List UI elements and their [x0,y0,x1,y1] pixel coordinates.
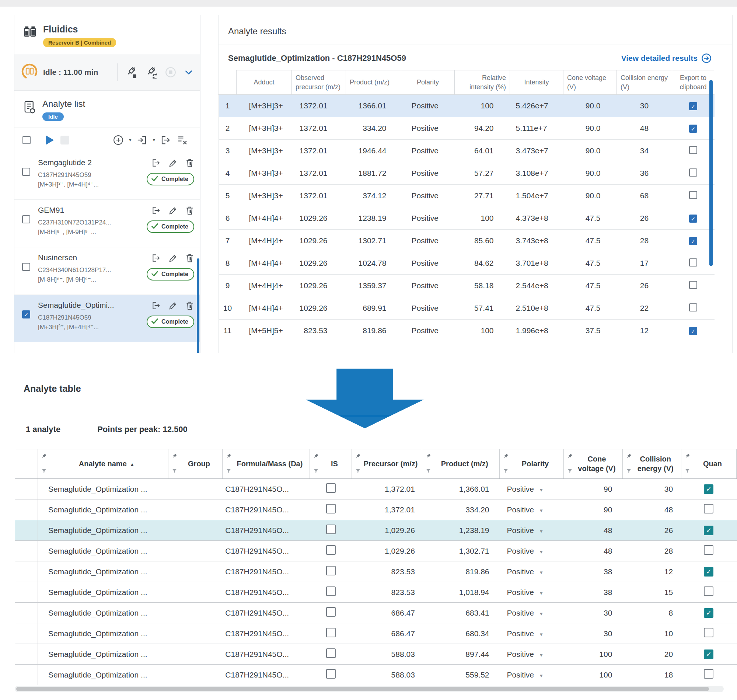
analyte-list-vertical-scrollbar[interactable] [197,259,200,353]
list-item[interactable]: NusinersenC234H340N61O128P17...[M-8H]⁸⁻,… [15,247,200,294]
delete-analyte-button[interactable] [185,253,194,263]
export-to-clipboard-checkbox[interactable]: ✓ [689,215,697,223]
refill-syringe-button[interactable] [145,66,157,78]
is-checkbox[interactable] [326,504,336,513]
polarity-dropdown-caret[interactable]: ▾ [540,569,543,575]
export-to-clipboard-checkbox[interactable]: ✓ [689,102,697,110]
analyte-table-row[interactable]: Semaglutide_Optimization ...C187H291N45O… [15,479,737,500]
list-item[interactable]: GEM91C237H310N72O131P24...[M-8H]⁸⁻, [M-9… [15,199,200,247]
is-checkbox[interactable] [326,669,336,679]
export-analyte-button[interactable] [151,158,161,168]
quan-checkbox[interactable]: ✓ [704,484,714,494]
export-analyte-button[interactable] [151,206,161,215]
export-to-clipboard-checkbox[interactable] [689,146,697,154]
is-checkbox[interactable] [326,607,336,617]
import-analytes-button[interactable] [137,135,147,146]
analyte-col-collision-energy[interactable]: Collision energy (V) [622,449,681,479]
quan-checkbox[interactable]: ✓ [704,650,714,659]
edit-analyte-button[interactable] [169,253,178,263]
quan-checkbox[interactable] [704,628,714,637]
polarity-dropdown[interactable]: Positive▾ [500,624,564,644]
is-checkbox[interactable] [326,566,336,575]
analyte-checkbox[interactable] [22,168,30,176]
analyte-table-row[interactable]: Semaglutide_Optimization ...C187H291N45O… [15,520,737,541]
quan-checkbox[interactable]: ✓ [704,608,714,618]
edit-analyte-button[interactable] [169,206,178,215]
delete-analyte-button[interactable] [185,158,194,168]
analyte-col-name[interactable]: Analyte name▲ [38,449,169,479]
filter-icon[interactable] [503,466,508,476]
pin-column-icon[interactable] [355,452,361,462]
delete-analyte-button[interactable] [185,206,194,215]
export-to-clipboard-checkbox[interactable]: ✓ [689,237,697,245]
quan-checkbox[interactable] [704,669,714,679]
is-checkbox[interactable] [326,525,336,534]
polarity-dropdown[interactable]: Positive▾ [500,562,564,582]
analyte-col-quan[interactable]: Quan [681,449,737,479]
export-to-clipboard-checkbox[interactable] [689,168,697,176]
analyte-table-row[interactable]: Semaglutide_Optimization ...C187H291N45O… [15,500,737,520]
results-row[interactable]: 3[M+3H]3+1372.011946.44Positive64.013.47… [219,140,715,162]
filter-icon[interactable] [172,466,177,476]
analyte-checkbox[interactable]: ✓ [22,310,30,319]
view-detailed-results-link[interactable]: View detailed results [621,53,712,63]
pin-column-icon[interactable] [685,452,691,462]
export-to-clipboard-checkbox[interactable] [689,259,697,266]
analyte-col-precursor[interactable]: Precursor (m/z) [352,449,422,479]
polarity-dropdown[interactable]: Positive▾ [500,541,564,562]
polarity-dropdown-caret[interactable]: ▾ [540,507,543,513]
polarity-dropdown-caret[interactable]: ▾ [540,672,543,679]
filter-icon[interactable] [685,466,690,476]
filter-icon[interactable] [226,466,231,476]
export-analyte-button[interactable] [151,301,161,310]
analyte-table-row[interactable]: Semaglutide_Optimization ...C187H291N45O… [15,665,737,685]
filter-icon[interactable] [41,466,47,476]
is-checkbox[interactable] [326,587,336,596]
delete-analyte-button[interactable] [185,301,194,310]
quan-checkbox[interactable]: ✓ [704,567,714,576]
filter-icon[interactable] [313,466,319,476]
pin-column-icon[interactable] [567,452,573,462]
results-row[interactable]: 4[M+3H]3+1372.011881.72Positive57.273.10… [219,162,715,185]
results-row[interactable]: 8[M+4H]4+1029.261024.78Positive84.623.70… [219,252,715,275]
import-analytes-caret[interactable]: ▾ [153,137,155,143]
export-analytes-button[interactable] [160,135,171,146]
quan-checkbox[interactable] [704,587,714,596]
filter-icon[interactable] [426,466,431,476]
pin-column-icon[interactable] [626,452,632,462]
results-row[interactable]: 7[M+4H]4+1029.261302.71Positive85.603.74… [219,229,715,252]
add-analyte-caret[interactable]: ▾ [129,137,132,143]
analyte-table-row[interactable]: Semaglutide_Optimization ...C187H291N45O… [15,582,737,603]
edit-analyte-button[interactable] [169,301,178,310]
analyte-col-is[interactable]: IS [310,449,352,479]
pin-column-icon[interactable] [172,452,178,462]
pin-column-icon[interactable] [313,452,319,462]
prime-syringe-button[interactable] [125,66,138,78]
is-checkbox[interactable] [326,649,336,658]
edit-analyte-button[interactable] [169,158,178,168]
quan-checkbox[interactable] [704,504,714,513]
pin-column-icon[interactable] [426,452,432,462]
analyte-col-group[interactable]: Group [169,449,223,479]
results-row[interactable]: 10[M+4H]4+1029.26689.91Positive57.412.51… [219,297,715,319]
filter-icon[interactable] [355,466,361,476]
add-analyte-button[interactable] [113,135,124,146]
is-checkbox[interactable] [326,483,336,493]
results-vertical-scrollbar[interactable] [709,80,713,266]
export-analyte-button[interactable] [151,253,161,263]
polarity-dropdown[interactable]: Positive▾ [500,644,564,665]
export-to-clipboard-checkbox[interactable]: ✓ [689,125,697,133]
polarity-dropdown-caret[interactable]: ▾ [540,631,543,637]
quan-checkbox[interactable] [704,545,714,555]
analyte-checkbox[interactable] [22,215,30,224]
polarity-dropdown-caret[interactable]: ▾ [540,652,543,658]
export-to-clipboard-checkbox[interactable] [689,281,697,289]
pin-column-icon[interactable] [226,452,232,462]
polarity-dropdown[interactable]: Positive▾ [500,500,564,520]
view-detailed-results-label[interactable]: View detailed results [621,54,697,63]
clear-list-button[interactable] [176,135,188,146]
results-row[interactable]: 1[M+3H]3+1372.011366.01Positive1005.426e… [219,95,715,117]
polarity-dropdown-caret[interactable]: ▾ [540,590,543,596]
polarity-dropdown[interactable]: Positive▾ [500,479,564,500]
collapse-chevron-down-icon[interactable] [184,68,194,77]
